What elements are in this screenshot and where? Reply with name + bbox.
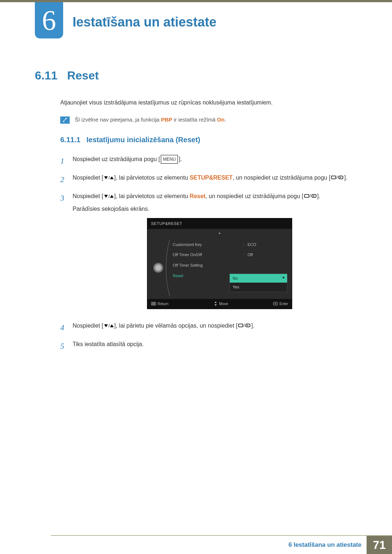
step-3: 3 Nospiediet [/], lai pārvietotos uz ele… (60, 191, 354, 315)
subsection-number: 6.11.1 (60, 136, 81, 144)
subsection-name: Iestatījumu inicializēšana (Reset) (86, 136, 200, 144)
step-4: 4 Nospiediet [/], lai pārietu pie vēlamā… (60, 321, 354, 334)
svg-text:/: / (109, 324, 110, 328)
move-icon (213, 301, 218, 306)
note-mid: ir iestatīta režīmā (172, 116, 217, 123)
step-body: Nospiediet [/], lai pārietu pie vēlamās … (73, 321, 354, 331)
step-num: 4 (60, 321, 67, 334)
note-icon (60, 116, 70, 124)
svg-text:/: / (109, 194, 110, 198)
popup-option-yes: Yes (230, 283, 287, 292)
svg-marker-21 (110, 324, 114, 327)
menu-icon (151, 302, 156, 305)
osd-body: Customized Key : ECO Off Timer On/Off : … (147, 237, 292, 299)
osd-label: Off Timer Setting (173, 262, 243, 269)
osd-row: Customized Key : ECO (171, 239, 289, 250)
osd-screenshot: SETUP&RESET ▲ Customized (85, 218, 354, 309)
osd-label: Off Timer On/Off (173, 251, 243, 258)
s2-end: ]. (344, 175, 347, 181)
s1-post: ]. (179, 156, 182, 162)
colon: : (243, 251, 248, 258)
svg-marker-6 (104, 195, 108, 198)
down-up-icon: / (104, 192, 114, 201)
svg-rect-3 (331, 176, 336, 179)
popup-option-no: No (230, 274, 287, 283)
step-2: 2 Nospiediet [/], lai pārvietotos uz ele… (60, 173, 354, 186)
osd-side (150, 239, 166, 296)
s1-pre: Nospiediet uz izstrādājuma pogu [ (73, 156, 160, 162)
enter-source-icon: / (331, 173, 343, 183)
step-5: 5 Tiks iestatīta atlasītā opcija. (60, 339, 354, 353)
osd-popup: No Yes (229, 274, 287, 292)
move-label: Move (219, 301, 228, 307)
chapter-badge: 6 (35, 2, 63, 38)
footer-move: Move (213, 301, 228, 307)
section-title: 6.11 Reset (35, 69, 354, 82)
svg-rect-9 (305, 194, 309, 197)
page-number: 71 (367, 536, 392, 554)
colon: : (243, 241, 248, 248)
s2-pre: Nospiediet [ (73, 175, 103, 181)
step-num: 2 (60, 173, 67, 186)
enter-source-icon: / (304, 192, 317, 201)
step-num: 1 (60, 154, 67, 168)
note-pbp: PBP (161, 116, 172, 123)
s3-kw: Reset (190, 193, 206, 199)
s3-mid: ], lai pārvietotos uz elementu (114, 193, 190, 199)
down-up-icon: / (104, 321, 114, 331)
down-up-icon: / (104, 173, 114, 183)
svg-marker-17 (215, 304, 217, 306)
svg-marker-2 (110, 176, 114, 179)
s4-end: ]. (251, 323, 254, 329)
step-body: Nospiediet [/], lai pārvietotos uz eleme… (73, 191, 354, 315)
steps-list: 1 Nospiediet uz izstrādājuma pogu [MENU]… (60, 154, 354, 353)
step-body: Nospiediet uz izstrādājuma pogu [MENU]. (73, 154, 354, 164)
s3-after: , un nospiediet uz izstrādājuma pogu [ (205, 193, 303, 199)
svg-text:/: / (244, 323, 245, 328)
s2-mid: ], lai pārvietotos uz elementu (114, 175, 190, 181)
section-name: Reset (67, 69, 99, 82)
content: 6.11 Reset Atjaunojiet visus izstrādājum… (35, 69, 354, 358)
svg-marker-0 (104, 176, 108, 179)
step-1: 1 Nospiediet uz izstrādājuma pogu [MENU]… (60, 154, 354, 168)
s3-end: ]. (317, 193, 320, 199)
s3-tail: Parādīsies sekojošais ekrāns. (73, 204, 354, 214)
svg-rect-22 (238, 324, 243, 327)
svg-marker-19 (104, 324, 108, 327)
osd-row: Off Timer Setting (171, 260, 289, 271)
svg-text:/: / (336, 175, 338, 180)
return-label: Return (158, 301, 168, 307)
note-on: On (217, 116, 225, 123)
svg-marker-16 (215, 301, 217, 303)
s3-pre: Nospiediet [ (73, 193, 103, 199)
up-arrow-icon: ▲ (147, 229, 292, 237)
svg-text:/: / (109, 176, 110, 180)
s4-pre: Nospiediet [ (73, 323, 103, 329)
menu-button-icon: MENU (161, 155, 178, 164)
osd-row: Off Timer On/Off : Off (171, 250, 289, 260)
note-post: . (225, 116, 226, 123)
gear-icon (153, 263, 163, 273)
enter-label: Enter (279, 301, 288, 307)
step-body: Nospiediet [/], lai pārvietotos uz eleme… (73, 173, 354, 183)
chapter-title: Iestatīšana un atiestate (73, 15, 216, 30)
s2-kw: SETUP&RESET (190, 175, 233, 181)
s4-mid: ], lai pārietu pie vēlamās opcijas, un n… (114, 323, 238, 329)
step-num: 3 (60, 191, 67, 205)
subsection-title: 6.11.1 Iestatījumu inicializēšana (Reset… (60, 136, 354, 144)
svg-text:/: / (310, 193, 311, 198)
step-num: 5 (60, 339, 67, 353)
footer: 6 Iestatīšana un atiestate 71 (0, 536, 392, 554)
osd-val: ECO (248, 241, 287, 248)
s2-after: , un nospiediet uz izstrādājuma pogu [ (233, 175, 331, 181)
osd-val: Off (248, 251, 287, 258)
enter-icon (273, 302, 278, 305)
curve-decoration (164, 239, 171, 296)
osd-footer: Return Move Enter (147, 299, 292, 309)
note: Šī izvēlne nav pieejama, ja funkcija PBP… (60, 116, 354, 124)
note-pre: Šī izvēlne nav pieejama, ja funkcija (75, 116, 161, 123)
step-body: Tiks iestatīta atlasītā opcija. (73, 339, 354, 349)
footer-label: 6 Iestatīšana un atiestate (289, 541, 367, 549)
svg-marker-8 (110, 195, 114, 198)
intro-text: Atjaunojiet visus izstrādājuma iestatīju… (60, 98, 354, 107)
